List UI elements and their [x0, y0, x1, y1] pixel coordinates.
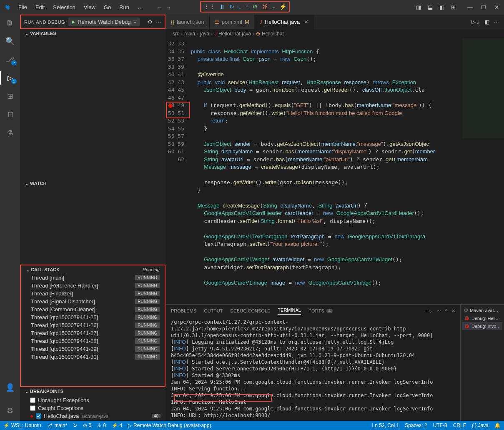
ports-tab[interactable]: PORTS 4: [308, 308, 333, 313]
layout-icon-3[interactable]: ◧: [438, 4, 446, 10]
call-stack-item[interactable]: Thread [main]RUNNING: [21, 274, 165, 282]
step-out-button[interactable]: ↑: [246, 3, 248, 10]
bp-caught-checkbox[interactable]: [30, 405, 35, 411]
restart-button[interactable]: ↺: [253, 3, 258, 10]
nav-back-icon[interactable]: ←: [156, 4, 162, 11]
watch-header[interactable]: ⌄ WATCH: [20, 179, 165, 188]
status-spaces[interactable]: Spaces: 2: [405, 422, 427, 428]
terminal-panel: PROBLEMS OUTPUT DEBUG CONSOLE TERMINAL P…: [166, 304, 504, 421]
menu-go[interactable]: Go: [100, 2, 114, 12]
remote-icon[interactable]: 🖥: [5, 110, 15, 120]
source-control-icon[interactable]: ⎇7: [5, 55, 15, 65]
testing-icon[interactable]: ⚗: [5, 128, 15, 138]
editor-area: {}launch.json☰pom.xmlMJHelloChat.java✕ ▷…: [166, 15, 504, 421]
status-errors[interactable]: ⊘ 0: [83, 422, 91, 428]
dropdown-icon[interactable]: ⌄: [272, 5, 275, 9]
output-tab[interactable]: OUTPUT: [204, 308, 223, 313]
bp-uncaught-checkbox[interactable]: [30, 398, 35, 403]
callstack-header[interactable]: ⌄ CALL STACK Running: [21, 265, 165, 274]
step-into-button[interactable]: ↓: [238, 3, 241, 10]
status-bell[interactable]: 🔔: [494, 422, 501, 428]
menu-selection[interactable]: Selection: [50, 2, 78, 12]
run-debug-label: RUN AND DEBUG: [24, 20, 65, 25]
terminal-tabs: PROBLEMS OUTPUT DEBUG CONSOLE TERMINAL P…: [166, 305, 460, 317]
breakpoints-header[interactable]: ⌄ BREAKPOINTS: [20, 387, 165, 395]
problems-tab[interactable]: PROBLEMS: [171, 308, 196, 313]
minimap[interactable]: [462, 38, 504, 304]
bp-file-checkbox[interactable]: [36, 413, 41, 419]
maximize-panel-icon[interactable]: ^: [445, 308, 447, 314]
status-debug[interactable]: ▷Remote Watch Debug (avatar-app): [128, 422, 211, 428]
status-enc[interactable]: UTF-8: [433, 422, 447, 428]
close-icon[interactable]: ✕: [493, 4, 501, 10]
terminal-item-debug2[interactable]: 🐞Debug: Invo…: [462, 322, 502, 330]
search-icon[interactable]: 🔍: [5, 36, 15, 46]
call-stack-item[interactable]: Thread [qtp1500079441-28]RUNNING: [21, 337, 165, 345]
step-over-button[interactable]: ↻: [229, 3, 234, 10]
close-panel-icon[interactable]: ✕: [451, 308, 455, 314]
call-stack-item[interactable]: Thread [qtp1500079441-29]RUNNING: [21, 345, 165, 353]
editor-tab[interactable]: JHelloChat.java✕: [255, 15, 314, 29]
layout-icon-1[interactable]: ◨: [414, 4, 423, 10]
run-icon[interactable]: ▷⌄: [471, 19, 480, 25]
terminal-item-maven[interactable]: ⚙Maven-avat…: [462, 306, 502, 314]
disconnect-button[interactable]: ⛓: [262, 3, 268, 10]
status-lang[interactable]: { } Java: [472, 422, 489, 428]
call-stack-item[interactable]: Thread [qtp1500079441-25]RUNNING: [21, 313, 165, 321]
run-debug-icon[interactable]: ▷1: [5, 73, 15, 83]
status-branch[interactable]: ⎇main*: [47, 422, 67, 428]
hot-reload-button[interactable]: ⚡: [279, 3, 286, 10]
settings-icon[interactable]: ⚙: [5, 406, 15, 416]
bp-file[interactable]: ● HelloChat.java src/main/java 40: [30, 412, 160, 420]
nav-forward-icon[interactable]: →: [165, 4, 171, 11]
bp-uncaught[interactable]: Uncaught Exceptions: [30, 396, 160, 404]
status-ln[interactable]: Ln 52, Col 1: [372, 422, 399, 428]
extensions-icon[interactable]: ⊞: [5, 91, 15, 101]
status-ports[interactable]: ⚡ 4: [112, 422, 122, 428]
call-stack-item[interactable]: Thread [Signal Dispatcher]RUNNING: [21, 298, 165, 305]
terminal-item-debug1[interactable]: 🐞Debug: Hell…: [462, 314, 502, 322]
menu-run[interactable]: Run: [116, 2, 133, 12]
menu-more[interactable]: …: [134, 2, 146, 12]
new-terminal-icon[interactable]: +⌄: [426, 308, 432, 314]
layout-icon-4[interactable]: ⊞: [449, 4, 457, 10]
call-stack-item[interactable]: Thread [Finalizer]RUNNING: [21, 290, 165, 298]
layout-icon-2[interactable]: ⬓: [426, 4, 434, 10]
more-icon[interactable]: ⋯: [156, 19, 161, 25]
call-stack-item[interactable]: Thread [qtp1500079441-30]RUNNING: [21, 353, 165, 361]
bug-icon: 🐞: [464, 323, 470, 329]
menu-view[interactable]: View: [80, 2, 99, 12]
account-icon[interactable]: 👤: [5, 382, 15, 392]
status-warnings[interactable]: ⚠ 0: [97, 422, 106, 428]
terminal-output[interactable]: /grpc/grpc-context/1.27.2/grpc-context-1…: [166, 317, 460, 421]
pause-button[interactable]: ⏸: [219, 3, 225, 10]
code-content[interactable]: public class HelloChat implements HttpFu…: [191, 38, 462, 304]
status-eol[interactable]: CRLF: [453, 422, 466, 428]
gear-icon[interactable]: ⚙: [148, 19, 153, 25]
breadcrumb[interactable]: src› main› java› JHelloChat.java› ⊕Hello…: [166, 29, 504, 38]
debug-console-tab[interactable]: DEBUG CONSOLE: [230, 308, 270, 313]
maximize-icon[interactable]: ☐: [479, 4, 488, 10]
editor-tab[interactable]: {}launch.json: [166, 15, 210, 29]
explorer-icon[interactable]: 🗎: [5, 18, 15, 28]
call-stack-item[interactable]: Thread [qtp1500079441-26]RUNNING: [21, 321, 165, 329]
debug-config-dropdown[interactable]: ▶ Remote Watch Debug ⌄: [68, 18, 140, 26]
minimize-icon[interactable]: —: [466, 4, 474, 10]
editor-body[interactable]: 32 33 34 35 36 37 38 39 40 41 42 43 44 4…: [166, 38, 504, 304]
bp-caught[interactable]: Caught Exceptions: [30, 404, 160, 412]
status-sync[interactable]: ↻: [73, 422, 77, 428]
menu-edit[interactable]: Edit: [32, 2, 48, 12]
editor-tab[interactable]: ☰pom.xmlM: [210, 15, 255, 29]
status-remote[interactable]: ⚡WSL: Ubuntu: [3, 422, 41, 428]
call-stack-item[interactable]: Thread [Common-Cleaner]RUNNING: [21, 305, 165, 313]
more-icon[interactable]: ⋯: [494, 19, 499, 25]
terminal-tab[interactable]: TERMINAL: [278, 308, 301, 315]
variables-header[interactable]: ⌄ VARIABLES: [20, 29, 165, 38]
more-icon[interactable]: ⋯: [436, 308, 441, 314]
status-bar: ⚡WSL: Ubuntu ⎇main* ↻ ⊘ 0 ⚠ 0 ⚡ 4 ▷Remot…: [0, 421, 504, 430]
call-stack-item[interactable]: Thread [qtp1500079441-27]RUNNING: [21, 329, 165, 337]
call-stack-item[interactable]: Thread [Reference Handler]RUNNING: [21, 282, 165, 290]
split-icon[interactable]: ◧: [484, 19, 489, 25]
menu-file[interactable]: File: [15, 2, 30, 12]
drag-handle-icon[interactable]: ⋮⋮: [203, 3, 215, 10]
